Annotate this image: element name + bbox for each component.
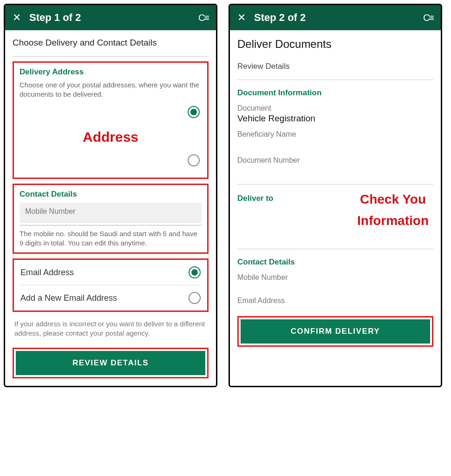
email-existing-label: Email Address — [20, 268, 74, 278]
document-number-value — [237, 165, 433, 179]
divider — [237, 249, 433, 249]
address-radio-1[interactable] — [188, 106, 200, 118]
email-radio-add-new[interactable] — [189, 292, 201, 304]
document-number-label: Document Number — [237, 153, 433, 165]
appbar: ✕ Step 2 of 2 C≡ — [230, 5, 441, 30]
mobile-hint: The mobile no. should be Saudi and start… — [20, 225, 202, 248]
divider — [13, 56, 209, 57]
section-title: Document Information — [237, 88, 433, 98]
beneficiary-value — [237, 139, 433, 153]
menu-icon[interactable]: C≡ — [198, 13, 209, 23]
beneficiary-label: Beneficiary Name — [237, 127, 433, 139]
footer-note: If your address is incorrect or you want… — [13, 317, 209, 343]
address-radio-2[interactable] — [188, 154, 200, 166]
appbar: ✕ Step 1 of 2 C≡ — [5, 5, 216, 30]
contact-details-section: Contact Details Mobile Number The mobile… — [13, 184, 209, 254]
close-icon[interactable]: ✕ — [237, 12, 246, 24]
document-label: Document — [237, 101, 433, 113]
divider — [237, 79, 433, 80]
divider — [237, 184, 433, 185]
section-title: Contact Details — [237, 258, 433, 267]
mobile-label: Mobile Number — [25, 207, 75, 215]
confirm-button-wrap: CONFIRM DELIVERY — [237, 316, 433, 347]
email-add-new-label: Add a New Email Address — [20, 293, 117, 303]
review-details-button[interactable]: REVIEW DETAILS — [16, 351, 205, 375]
menu-icon[interactable]: C≡ — [423, 13, 433, 23]
email-label: Email Address — [237, 294, 433, 306]
appbar-title: Step 1 of 2 — [29, 12, 190, 24]
email-radio-existing[interactable] — [189, 266, 201, 278]
appbar-title: Step 2 of 2 — [254, 12, 415, 24]
email-option-existing[interactable]: Email Address — [20, 260, 202, 285]
mobile-input[interactable]: Mobile Number — [20, 203, 202, 223]
email-option-add-new[interactable]: Add a New Email Address — [20, 285, 202, 311]
annotation-address: Address — [20, 125, 202, 148]
section-title: Delivery Address — [20, 67, 202, 77]
page-subtitle: Choose Delivery and Contact Details — [13, 35, 209, 52]
document-value: Vehicle Registration — [237, 113, 433, 127]
contact-section: Contact Details Mobile Number Email Addr… — [237, 254, 433, 311]
screen-step2: ✕ Step 2 of 2 C≡ Deliver Documents Revie… — [229, 4, 442, 387]
delivery-address-section: Delivery Address Choose one of your post… — [13, 61, 209, 179]
screen-step1: ✕ Step 1 of 2 C≡ Choose Delivery and Con… — [4, 4, 217, 387]
confirm-delivery-button[interactable]: CONFIRM DELIVERY — [241, 319, 430, 344]
email-section: Email Address Add a New Email Address — [13, 258, 209, 312]
section-title: Contact Details — [20, 190, 202, 199]
review-button-wrap: REVIEW DETAILS — [13, 348, 209, 378]
page-heading: Deliver Documents — [237, 35, 433, 54]
annotation-check-info: Check You Information — [357, 192, 429, 228]
close-icon[interactable]: ✕ — [13, 12, 21, 24]
page-sub: Review Details — [237, 59, 433, 75]
deliver-to-section: Deliver to Check You Information — [237, 189, 433, 244]
mobile-label: Mobile Number — [237, 271, 433, 283]
section-desc: Choose one of your postal addresses, whe… — [20, 80, 202, 99]
document-info-section: Document Information Document Vehicle Re… — [237, 85, 433, 179]
